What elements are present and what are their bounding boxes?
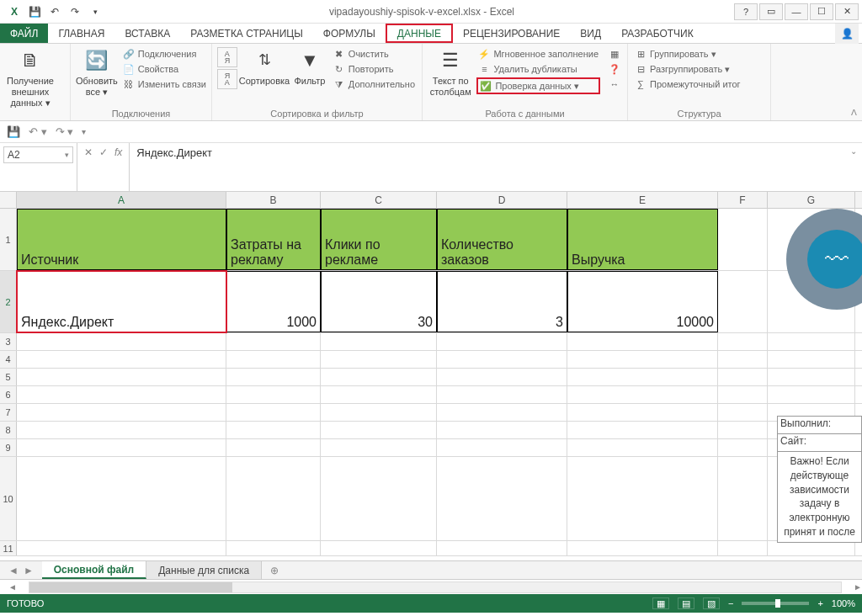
text-to-columns-button[interactable]: ☰Текст по столбцам [428,47,473,98]
tab-insert[interactable]: ВСТАВКА [114,24,180,43]
expand-formula-icon[interactable]: ⌄ [850,146,857,156]
edit-links-button[interactable]: ⛓Изменить связи [121,77,208,91]
row-header-9[interactable]: 9 [0,439,17,456]
group-button[interactable]: ⊞Группировать ▾ [633,47,742,61]
col-header-F[interactable]: F [718,192,768,208]
col-header-D[interactable]: D [437,192,567,208]
zoom-in-button[interactable]: + [817,598,822,608]
ribbon-options-button[interactable]: ▭ [759,3,783,20]
refresh-all-button[interactable]: 🔄 Обновить все ▾ [76,47,118,98]
col-header-E[interactable]: E [567,192,718,208]
save-quick-icon[interactable]: 💾 [7,125,20,138]
sort-button[interactable]: ⇅Сортировка [241,47,288,87]
row-header-8[interactable]: 8 [0,422,17,438]
user-icon[interactable]: 👤 [835,24,859,44]
redo-quick-icon[interactable]: ↷ ▾ [56,125,74,138]
cell-C1[interactable]: Клики по рекламе [321,209,437,270]
data-validation-button[interactable]: ✅Проверка данных ▾ [476,77,600,94]
cell-D1[interactable]: Количество заказов [437,209,567,270]
cell-D2[interactable]: 3 [437,271,567,332]
sheet-tab-main[interactable]: Основной файл [42,561,146,579]
row-header-6[interactable]: 6 [0,386,17,403]
cell-C2[interactable]: 30 [321,271,437,332]
view-normal-button[interactable]: ▦ [652,597,669,609]
connections-button[interactable]: 🔗Подключения [121,47,208,61]
col-header-G[interactable]: G [768,192,855,208]
row-header-10[interactable]: 10 [0,457,17,540]
maximize-button[interactable]: ☐ [810,3,833,20]
sheet-tab-list-data[interactable]: Данные для списка [146,561,262,579]
row-header-7[interactable]: 7 [0,404,17,421]
cell-A2[interactable]: Яндекс.Директ [17,271,226,332]
clear-filter-button[interactable]: ✖Очистить [332,47,417,61]
formula-bar[interactable]: Яндекс.Директ ⌄ [130,143,862,191]
row-header-1[interactable]: 1 [0,209,17,270]
hscroll-right-icon[interactable]: ► [854,582,862,592]
sheet-nav-next-icon[interactable]: ► [24,565,34,576]
hscroll-left-icon[interactable]: ◄ [8,582,17,592]
get-external-data-button[interactable]: 🗎 Получение внешних данных ▾ [5,47,56,109]
view-page-break-button[interactable]: ▧ [703,597,720,609]
tab-file[interactable]: ФАЙЛ [0,24,48,43]
sheet-nav-prev-icon[interactable]: ◄ [8,565,19,576]
row-header-4[interactable]: 4 [0,351,17,368]
close-button[interactable]: ✕ [835,3,859,20]
sort-asc-button[interactable]: А Я [217,47,237,67]
filter-button[interactable]: ▼Фильтр [291,47,328,87]
collapse-ribbon-icon[interactable]: ᐱ [851,108,857,117]
redo-icon[interactable]: ↷ [67,4,82,19]
properties-button[interactable]: 📄Свойства [121,62,208,76]
cell-B2[interactable]: 1000 [226,271,321,332]
tab-developer[interactable]: РАЗРАБОТЧИК [611,24,704,43]
zoom-out-button[interactable]: − [728,598,733,608]
cell-A3[interactable] [17,333,226,350]
row-header-11[interactable]: 11 [0,541,17,555]
tab-review[interactable]: РЕЦЕНЗИРОВАНИЕ [453,24,570,43]
tab-page-layout[interactable]: РАЗМЕТКА СТРАНИЦЫ [180,24,313,43]
hscroll-thumb[interactable] [29,582,232,592]
enter-formula-icon[interactable]: ✓ [99,146,108,158]
remove-duplicates-button[interactable]: ≡Удалить дубликаты [476,62,600,76]
minimize-button[interactable]: — [785,3,808,20]
customize-quick-icon[interactable]: ▾ [82,127,86,136]
advanced-filter-button[interactable]: ⧩Дополнительно [332,77,417,91]
view-page-layout-button[interactable]: ▤ [678,597,694,609]
name-box[interactable]: A2▾ [3,146,73,163]
undo-icon[interactable]: ↶ [47,4,62,19]
relationships-button[interactable]: ↔ [607,77,622,91]
zoom-percent[interactable]: 100% [832,598,855,608]
qat-more-icon[interactable]: ▾ [88,4,103,19]
zoom-slider[interactable] [742,602,809,605]
cell-E1[interactable]: Выручка [567,209,718,270]
cell-B1[interactable]: Затраты на рекламу [226,209,321,270]
tab-view[interactable]: ВИД [570,24,611,43]
cell-F1[interactable] [718,209,768,270]
help-button[interactable]: ? [734,3,758,20]
cell-F2[interactable] [718,271,768,332]
hscroll-track[interactable] [29,581,842,593]
cancel-formula-icon[interactable]: ✕ [84,146,93,158]
row-header-5[interactable]: 5 [0,369,17,385]
tab-data[interactable]: ДАННЫЕ [386,24,453,43]
add-sheet-button[interactable]: ⊕ [262,561,287,579]
sort-desc-button[interactable]: Я А [217,69,237,89]
undo-quick-icon[interactable]: ↶ ▾ [29,125,47,138]
cell-E2[interactable]: 10000 [567,271,718,332]
row-header-3[interactable]: 3 [0,333,17,350]
flash-fill-button[interactable]: ⚡Мгновенное заполнение [476,47,600,61]
reapply-filter-button[interactable]: ↻Повторить [332,62,417,76]
col-header-C[interactable]: C [321,192,437,208]
ungroup-button[interactable]: ⊟Разгруппировать ▾ [633,62,742,76]
tab-home[interactable]: ГЛАВНАЯ [48,24,114,43]
whatif-button[interactable]: ❓ [607,62,622,76]
tab-formulas[interactable]: ФОРМУЛЫ [313,24,386,43]
col-header-B[interactable]: B [226,192,321,208]
select-all-corner[interactable] [0,192,17,208]
save-icon[interactable]: 💾 [27,4,42,19]
col-header-A[interactable]: A [17,192,226,208]
consolidate-button[interactable]: ▦ [607,47,622,61]
fx-icon[interactable]: fx [114,146,122,158]
subtotal-button[interactable]: ∑Промежуточный итог [633,77,742,91]
row-header-2[interactable]: 2 [0,271,17,332]
cell-A1[interactable]: Источник [17,209,226,270]
